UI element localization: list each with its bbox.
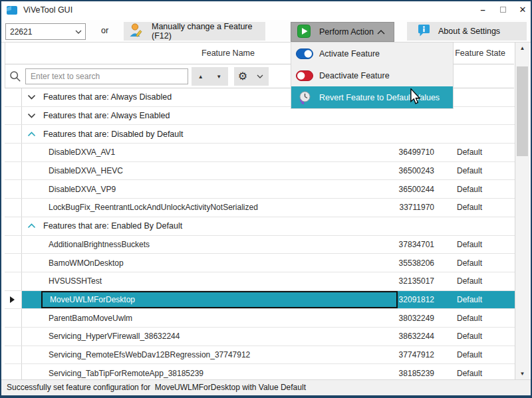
- group-content: Features that are: Always Enabled: [22, 107, 170, 125]
- chevron-down-icon[interactable]: [71, 24, 85, 39]
- feature-id-cell: 36500243: [398, 162, 444, 180]
- about-settings-label: About & Settings: [438, 27, 500, 36]
- feature-name-cell[interactable]: DisableDXVA_HEVC: [41, 162, 398, 180]
- row-indent: [22, 309, 41, 327]
- info-icon: [418, 24, 430, 39]
- feature-state-cell: Default: [444, 346, 515, 364]
- menu-item-label: Activate Feature: [319, 49, 380, 58]
- maximize-button[interactable]: [495, 3, 511, 17]
- close-button[interactable]: ✕: [515, 3, 531, 17]
- chevron-up-icon[interactable]: [27, 223, 37, 229]
- column-header-feature-state[interactable]: Feature State: [444, 43, 515, 64]
- row-indicator-cell: [5, 88, 22, 106]
- feature-name-cell[interactable]: LockBugFix_ReentrantLockAndUnlockActivit…: [41, 199, 398, 217]
- or-label: or: [101, 26, 108, 35]
- build-combobox[interactable]: [5, 23, 86, 40]
- menu-item-label: Revert Feature to Default Values: [319, 93, 440, 102]
- row-indent: [22, 180, 41, 198]
- table-row[interactable]: HVSUSSHTest32135017Default: [5, 272, 515, 291]
- feature-state-cell: Default: [444, 328, 515, 346]
- search-input[interactable]: [25, 68, 188, 84]
- scrollbar-thumb[interactable]: [517, 66, 528, 156]
- scroll-up-button[interactable]: ▲: [515, 43, 529, 54]
- table-row[interactable]: AdditionalBrightnessBuckets37834701Defau…: [5, 236, 515, 254]
- feature-id-cell: 38032249: [398, 309, 444, 327]
- table-row[interactable]: DisableDXVA_HEVC36500243Default: [5, 162, 515, 181]
- sort-descending-icon: ▼: [216, 74, 221, 80]
- table-row[interactable]: DisableDXVA_AV136499710Default: [5, 144, 515, 162]
- perform-action-label: Perform Action: [319, 27, 374, 37]
- menu-item-label: Deactivate Feature: [319, 71, 390, 80]
- table-row[interactable]: Servicing_HyperVFirewall_386322443863224…: [5, 328, 515, 346]
- scroll-down-button[interactable]: ▼: [515, 368, 529, 379]
- feature-name-cell[interactable]: ParentBamoMoveUwlm: [41, 309, 398, 327]
- about-settings-button[interactable]: About & Settings: [407, 22, 527, 41]
- menu-item-revert-feature-to-default-values[interactable]: Revert Feature to Default Values: [291, 86, 453, 108]
- sort-descending-button[interactable]: ▼: [210, 74, 229, 80]
- selected-row-arrow-icon: [10, 296, 15, 303]
- row-indicator-cell: [5, 107, 22, 125]
- feature-name-cell[interactable]: Servicing_TabTipForRemoteApp_38185239: [41, 364, 398, 379]
- table-row[interactable]: Servicing_TabTipForRemoteApp_38185239381…: [5, 364, 515, 379]
- perform-action-button[interactable]: Perform Action: [291, 22, 394, 42]
- group-row[interactable]: Features that are: Disabled by Default: [5, 125, 515, 144]
- feature-name-cell[interactable]: MoveUWLMForDesktop: [41, 291, 398, 309]
- row-indent: [22, 144, 41, 161]
- feature-name-cell[interactable]: Servicing_HyperVFirewall_38632244: [41, 328, 398, 346]
- feature-id-cell: 37834701: [398, 236, 444, 254]
- row-indicator-cell: [5, 180, 22, 198]
- row-indicator-cell: [5, 309, 22, 327]
- row-indent: [22, 346, 41, 364]
- group-row[interactable]: Features that are: Always Enabled: [5, 107, 515, 126]
- vertical-scrollbar[interactable]: ▲ ▼: [515, 43, 529, 379]
- table-row[interactable]: MoveUWLMForDesktop32091812Default: [5, 291, 515, 310]
- group-row[interactable]: Features that are: Enabled By Default: [5, 217, 515, 236]
- menu-item-activate-feature[interactable]: Activate Feature: [291, 43, 453, 64]
- feature-id-cell: 32091812: [398, 291, 444, 309]
- sort-ascending-button[interactable]: ▲: [192, 74, 210, 80]
- toggle-off-icon: [295, 70, 313, 81]
- feature-name-cell[interactable]: DisableDXVA_AV1: [41, 144, 398, 161]
- chevron-down-icon[interactable]: [27, 113, 37, 118]
- row-indicator-cell: [5, 162, 22, 180]
- feature-name-cell[interactable]: DisableDXVA_VP9: [41, 180, 398, 198]
- app-icon: [7, 5, 18, 15]
- mouse-cursor: [410, 88, 421, 108]
- row-indicator-cell: [5, 236, 22, 254]
- feature-name-cell[interactable]: Servicing_RemoteEfsWebDav12BRegression_3…: [41, 346, 398, 364]
- row-indicator-cell: [5, 217, 22, 235]
- grid-settings-button[interactable]: ⚙: [234, 67, 269, 86]
- row-indent: [22, 236, 41, 254]
- row-indent: [22, 364, 41, 379]
- table-row[interactable]: DisableDXVA_VP936500244Default: [5, 180, 515, 199]
- table-row[interactable]: BamoWMOnDesktop35538206Default: [5, 254, 515, 272]
- feature-state-cell: Default: [444, 180, 515, 198]
- feature-state-cell: Default: [444, 162, 515, 180]
- row-indent: [22, 254, 41, 272]
- toggle-on-icon: [295, 49, 313, 59]
- chevron-up-icon: [377, 27, 385, 37]
- build-combobox-input[interactable]: [6, 24, 71, 39]
- chevron-up-icon[interactable]: [27, 132, 37, 137]
- table-row[interactable]: ParentBamoMoveUwlm38032249Default: [5, 309, 515, 328]
- feature-name-cell[interactable]: HVSUSSHTest: [41, 272, 398, 290]
- row-indent: [22, 199, 41, 217]
- row-indent: [22, 328, 41, 346]
- row-indicator-cell: [5, 125, 22, 143]
- row-indicator-cell: [5, 364, 22, 379]
- feature-name-cell[interactable]: AdditionalBrightnessBuckets: [41, 236, 398, 254]
- table-row[interactable]: LockBugFix_ReentrantLockAndUnlockActivit…: [5, 199, 515, 217]
- chevron-down-icon[interactable]: [27, 94, 37, 100]
- table-row[interactable]: Servicing_RemoteEfsWebDav12BRegression_3…: [5, 346, 515, 365]
- feature-name-cell[interactable]: BamoWMOnDesktop: [41, 254, 398, 272]
- manually-change-feature-button[interactable]: Manually change a Feature (F12): [124, 22, 265, 41]
- menu-item-deactivate-feature[interactable]: Deactivate Feature: [291, 64, 453, 86]
- window-title: ViVeTool GUI: [23, 5, 72, 15]
- group-label: Features that are: Always Enabled: [43, 111, 170, 120]
- row-indicator-cell: [5, 346, 22, 364]
- feature-id-cell: 33711970: [398, 199, 444, 217]
- title-bar: ViVeTool GUI – ✕: [1, 1, 531, 20]
- minimize-icon: –: [480, 5, 485, 15]
- row-indicator-cell: [5, 291, 22, 309]
- minimize-button[interactable]: –: [475, 3, 491, 17]
